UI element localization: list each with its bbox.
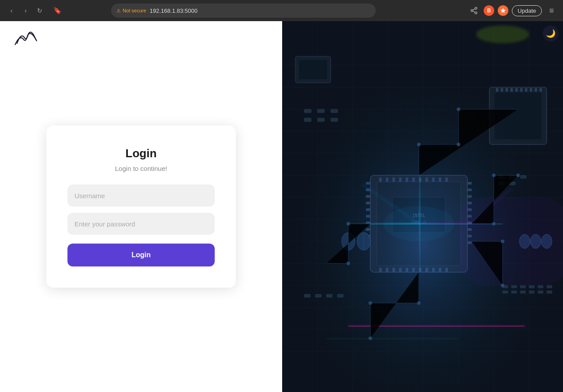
svg-point-2: [475, 12, 477, 14]
share-button[interactable]: [468, 4, 480, 17]
svg-point-145: [417, 301, 421, 305]
svg-point-141: [347, 262, 350, 265]
svg-point-138: [516, 174, 520, 177]
login-subtitle: Login to continue!: [67, 165, 215, 172]
svg-point-146: [369, 301, 372, 305]
menu-button[interactable]: ≡: [545, 4, 558, 17]
not-secure-label: Not secure: [123, 8, 146, 13]
svg-point-137: [492, 174, 496, 177]
forward-button[interactable]: ›: [19, 4, 32, 17]
toolbar-right: B Update ≡: [468, 4, 558, 17]
username-input[interactable]: [67, 185, 215, 207]
refresh-button[interactable]: ↻: [34, 4, 46, 17]
login-title: Login: [67, 147, 215, 160]
logo-icon: [13, 30, 40, 48]
warning-icon: ⚠: [116, 8, 121, 14]
svg-point-136: [476, 26, 529, 43]
svg-point-139: [492, 222, 496, 226]
svg-point-142: [417, 143, 421, 146]
svg-point-1: [471, 10, 473, 12]
form-container: Login Login to continue! Login: [0, 21, 282, 392]
login-button[interactable]: Login: [67, 244, 215, 266]
bookmark-button[interactable]: 🔖: [51, 4, 63, 17]
browser-window: ‹ › ↻ 🔖 ⚠ Not secure 192.168.1.83:5000: [0, 0, 563, 392]
svg-point-144: [457, 107, 460, 111]
right-panel: 🌙: [282, 21, 563, 392]
login-card: Login Login to continue! Login: [46, 126, 236, 288]
address-bar[interactable]: ⚠ Not secure 192.168.1.83:5000: [111, 4, 376, 18]
address-text: 192.168.1.83:5000: [150, 7, 198, 14]
svg-line-3: [473, 11, 475, 12]
back-button[interactable]: ‹: [5, 4, 18, 17]
svg-point-148: [501, 240, 504, 243]
brave-icon: B: [484, 5, 494, 16]
extension-icon: [498, 5, 508, 16]
moon-icon: 🌙: [546, 29, 556, 38]
logo-area: [13, 30, 40, 49]
left-panel: Login Login to continue! Login: [0, 21, 282, 392]
svg-point-132: [384, 206, 454, 241]
password-input[interactable]: [67, 213, 215, 235]
svg-point-143: [457, 143, 460, 146]
svg-rect-135: [326, 338, 459, 339]
not-secure-indicator: ⚠ Not secure: [116, 8, 146, 14]
dark-mode-button[interactable]: 🌙: [543, 26, 559, 41]
circuit-board-image: INTEL CORE i9: [282, 21, 563, 392]
main-content: Login Login to continue! Login 🌙: [0, 21, 563, 392]
nav-buttons: ‹ › ↻: [5, 4, 46, 17]
svg-point-0: [475, 7, 477, 10]
svg-line-4: [473, 9, 475, 10]
svg-point-140: [347, 222, 350, 226]
browser-toolbar: ‹ › ↻ 🔖 ⚠ Not secure 192.168.1.83:5000: [0, 0, 563, 21]
svg-point-149: [501, 284, 504, 287]
svg-point-147: [369, 337, 372, 340]
update-button[interactable]: Update: [512, 5, 542, 16]
